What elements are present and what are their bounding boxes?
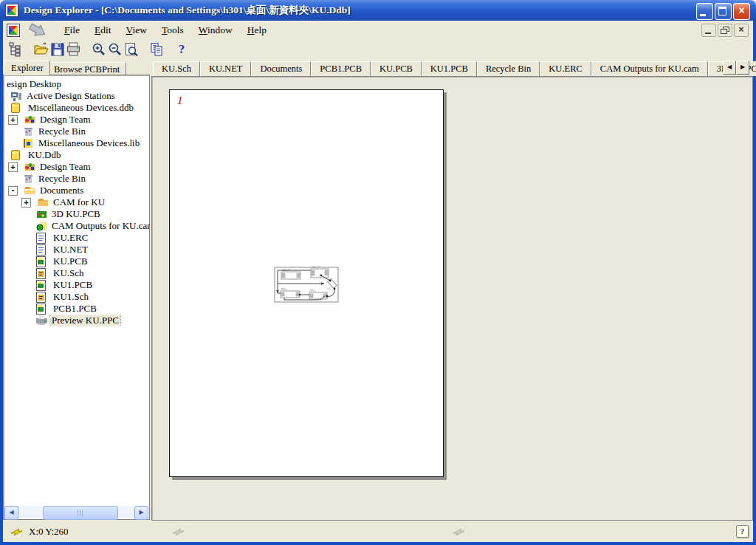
doc-tab-ku-pcb[interactable]: KU.PCB [371,61,422,76]
expand-plus-icon[interactable]: + [8,115,18,125]
menubar: File Edit View Tools Window Help [3,21,753,40]
save-icon [49,41,66,58]
schematic-document-icon [36,292,46,303]
mdi-close-button[interactable]: × [734,24,749,37]
menu-view[interactable]: View [119,23,154,38]
tree-item-recycle-bin-2[interactable]: Recycle Bin [4,173,149,185]
printer-icon [36,315,47,326]
tree-item-ku-sch[interactable]: KU.Sch [4,267,149,279]
cross-probe-icon-gray [172,527,185,537]
zoom-out-button[interactable] [106,41,124,58]
copy-button[interactable] [148,41,165,58]
tree-item-ku-net[interactable]: KU.NET [4,244,149,256]
mdi-minimize-button[interactable] [701,24,716,37]
tree-item-active-design-stations[interactable]: Active Design Stations [4,90,149,102]
minimize-button[interactable] [696,3,713,20]
tree-item-documents[interactable]: -Documents [4,185,149,196]
doc-tab-recycle-bin[interactable]: Recycle Bin [477,61,540,76]
status-help-button[interactable]: ? [736,525,749,538]
open-folder-icon [33,41,49,58]
scrollbar-thumb[interactable] [43,506,118,520]
toolbar: ? [3,40,753,60]
zoom-document-icon [123,41,140,58]
tree-item-preview-ku-ppc[interactable]: Preview KU.PPC [4,315,149,326]
expand-plus-icon[interactable]: + [8,162,18,172]
doc-tab-cam-outputs[interactable]: CAM Outputs for KU.cam [591,61,708,76]
doc-tab-ku1-pcb[interactable]: KU1.PCB [422,61,477,76]
help-icon: ? [179,42,185,57]
tree-item-3d-ku-pcb[interactable]: 3D KU.PCB [4,208,149,220]
print-button[interactable] [65,41,83,58]
stations-icon [11,91,22,101]
menu-help[interactable]: Help [240,23,274,38]
tree-item-ku-ddb[interactable]: KU.Ddb [4,149,149,161]
print-preview-area[interactable]: 1 [151,76,753,521]
tree-item-pcb1-pcb[interactable]: PCB1.PCB [4,303,149,315]
menu-window[interactable]: Window [191,23,240,38]
titlebar: Design Explorer - [C:\Documents and Sett… [0,0,756,21]
text-document-icon [36,244,46,256]
doc-tab-ku-net[interactable]: KU.NET [200,61,251,76]
save-button[interactable] [49,41,66,58]
tree-item-cam-outputs[interactable]: CAM Outputs for KU.cam [4,220,149,232]
tree-item-design-desktop[interactable]: esign Desktop [4,78,149,90]
zoom-document-button[interactable] [123,41,140,58]
doc-tab-documents[interactable]: Documents [251,61,311,76]
scroll-left-button[interactable]: ◀ [4,506,18,520]
tree-item-ku-erc[interactable]: KU.ERC [4,232,149,244]
close-button[interactable]: × [733,3,750,20]
pcb-preview-thumbnail [272,261,340,305]
tree-item-recycle-bin-1[interactable]: Recycle Bin [4,126,149,137]
tab-explorer[interactable]: Explorer [4,61,50,75]
app-logo-icon [5,4,18,17]
cursor-coordinates: X:0 Y:260 [29,526,69,538]
tree-item-miscellaneous-devices-lib[interactable]: Miscellaneous Devices.lib [4,137,149,149]
down-arrow-icon [27,23,48,38]
tree-item-ku1-sch[interactable]: KU1.Sch [4,291,149,303]
page-number: 1 [177,95,183,107]
tree-horizontal-scrollbar[interactable]: ◀ ▶ [4,506,148,518]
help-button[interactable]: ? [173,41,190,58]
tree-item-design-team-2[interactable]: +Design Team [4,161,149,173]
tree-item-ku1-pcb[interactable]: KU1.PCB [4,279,149,291]
tab-browse-pcbprint[interactable]: Browse PCBPrint [47,62,126,75]
document-tab-strip: KU.Sch KU.NET Documents PCB1.PCB KU.PCB … [151,59,752,76]
tree-item-cam-for-ku[interactable]: +CAM for KU [4,196,149,208]
tree-item-design-team-1[interactable]: +Design Team [4,114,149,126]
document-logo-icon[interactable] [7,24,20,37]
recycle-bin-icon [23,174,34,184]
menu-edit[interactable]: Edit [87,23,119,38]
menu-items: File Edit View Tools Window Help [57,23,274,38]
open-document-button[interactable] [32,41,50,58]
design-tree: esign Desktop Active Design Stations Mis… [4,78,149,326]
schematic-document-icon [36,268,46,279]
database-icon [11,103,20,113]
doc-tab-ku-sch[interactable]: KU.Sch [153,61,200,76]
preview-page[interactable]: 1 [169,89,444,477]
pcb-3d-icon [36,209,47,219]
window-title: Design Explorer - [C:\Documents and Sett… [24,4,351,17]
window-border-bottom [0,542,756,545]
text-document-icon [36,233,46,244]
scroll-right-button[interactable]: ▶ [134,506,148,520]
tree-item-miscellaneous-devices-ddb[interactable]: Miscellaneous Devices.ddb [4,102,149,114]
tree-item-ku-pcb[interactable]: KU.PCB [4,256,149,267]
mdi-window-controls: × [701,24,749,37]
menu-tools[interactable]: Tools [154,23,191,38]
menu-file[interactable]: File [57,23,87,38]
design-team-icon [24,114,35,125]
design-manager-icon [8,41,24,58]
collapse-minus-icon[interactable]: - [8,186,18,196]
design-manager-button[interactable] [7,41,25,58]
window-border-right [753,19,756,545]
maximize-button[interactable] [715,3,732,20]
tab-scroll-right-button[interactable]: ▶ [736,61,749,75]
tab-scroll-left-button[interactable]: ◀ [723,61,736,75]
mdi-restore-button[interactable] [718,24,732,37]
expand-plus-icon[interactable]: + [21,198,31,208]
zoom-in-button[interactable] [90,41,108,58]
doc-tab-pcb1-pcb[interactable]: PCB1.PCB [311,61,371,76]
cross-probe-icon-yellow [10,527,24,537]
doc-tab-ku-erc[interactable]: KU.ERC [540,61,591,76]
cam-output-icon [36,221,47,231]
